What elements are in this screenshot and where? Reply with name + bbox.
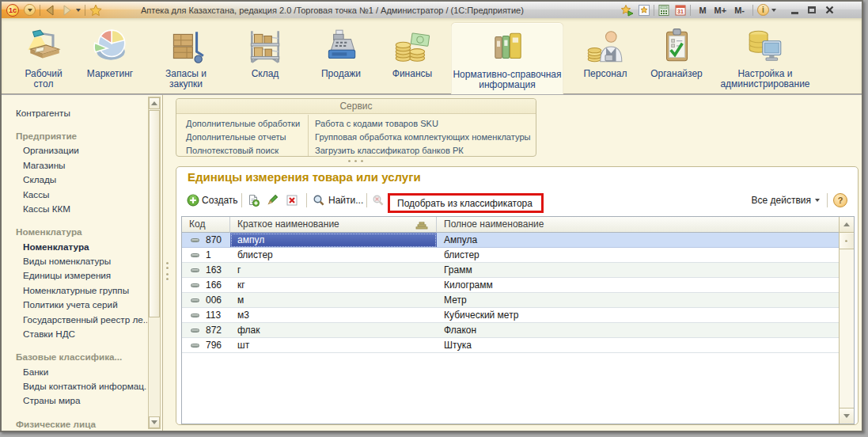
cell-full-name[interactable]: Кубический метр [437,308,840,323]
table-row[interactable]: 1блистерблистер [182,248,840,263]
ribbon-tab-reference-info[interactable]: Нормативно-справочная информация [451,22,564,94]
cell-code[interactable]: 113 [182,308,230,323]
table-row[interactable]: 870ампулАмпула [182,233,840,248]
cell-code[interactable]: 163 [182,263,230,278]
scroll-down-arrow[interactable] [149,416,160,428]
sidebar-item[interactable]: Контрагенты [2,105,147,120]
clear-find-button[interactable] [372,194,385,207]
pick-from-classifier-button[interactable]: Подобрать из классификатора [388,193,544,213]
cell-code[interactable]: 796 [182,338,230,353]
service-link[interactable]: Дополнительные обработки [186,117,308,131]
info-dropdown[interactable] [771,9,776,12]
ribbon-tab-administration[interactable]: Настройка и администрирование [713,22,817,94]
sidebar-item[interactable]: Магазины [2,158,147,172]
sidebar-item[interactable]: Организации [2,143,147,158]
cell-full-name[interactable]: Флакон [437,323,840,338]
sidebar-item[interactable]: Кассы [2,187,147,201]
cell-full-name[interactable]: Штука [437,338,840,353]
table-row[interactable]: 166кгКилограмм [182,278,840,293]
memory-m-minus-button[interactable]: M- [730,6,749,15]
main-menu-button[interactable] [24,4,36,16]
ribbon-tab-finance[interactable]: Финансы [379,22,445,94]
favorites-star-icon[interactable] [89,4,102,17]
cell-short-name[interactable]: кг [230,278,437,293]
sidebar-item[interactable]: Кассы ККМ [2,201,147,215]
cell-short-name[interactable]: м3 [230,308,437,323]
calendar-icon[interactable]: 31 [675,5,686,16]
table-row[interactable]: 872флакФлакон [182,323,840,338]
info-button[interactable]: i [757,4,769,16]
all-actions-button[interactable]: Все действия [752,195,820,206]
cell-full-name[interactable]: Килограмм [437,278,840,293]
sidebar-item[interactable]: Номенклатурные группы [2,283,147,297]
sidebar-item[interactable]: Государственный реестр ле... [2,312,147,326]
ribbon-tab-marketing[interactable]: Маркетинг [77,22,143,94]
delete-button[interactable] [286,194,298,207]
cell-full-name[interactable]: Метр [437,293,840,308]
table-scrollbar[interactable] [839,217,854,424]
table-scroll-thumb[interactable] [840,234,854,249]
minimize-button[interactable] [786,3,803,17]
history-dropdown[interactable] [76,9,81,12]
cell-short-name[interactable]: блистер [230,248,437,263]
cell-full-name[interactable]: Ампула [437,233,840,248]
maximize-button[interactable] [803,3,821,17]
cell-code[interactable]: 006 [182,293,230,308]
sidebar-item[interactable]: Номенклатура [2,239,147,253]
service-link[interactable]: Дополнительные отчеты [186,131,308,144]
cell-code[interactable]: 166 [182,278,230,293]
sidebar-item[interactable]: Страны мира [2,393,147,408]
cell-short-name[interactable]: м [230,293,437,308]
cell-full-name[interactable]: блистер [437,248,840,263]
1c-logo-icon[interactable]: 1с [6,4,19,17]
cell-code[interactable]: 872 [182,323,230,338]
table-row[interactable]: 006мМетр [182,293,840,308]
sidebar-scrollbar[interactable] [148,97,161,429]
help-button[interactable]: ? [833,193,847,207]
ribbon-tab-organizer[interactable]: Органайзер [641,22,712,94]
sidebar-item[interactable]: Виды контактной информац... [2,378,147,393]
cell-short-name[interactable]: ампул [230,233,437,248]
sidebar-item[interactable]: Единицы измерения [2,268,147,283]
table-row[interactable]: 113м3Кубический метр [182,308,840,323]
forward-button[interactable] [60,4,73,17]
column-header-short-name[interactable]: Краткое наименование [230,217,437,233]
table-scroll-down[interactable] [840,408,854,424]
ribbon-tab-sales[interactable]: Продажи [307,22,375,94]
sidebar-item[interactable]: Склады [2,173,147,187]
cell-code[interactable]: 870 [182,233,230,248]
calculator-icon[interactable] [658,5,669,16]
favorites-list-icon[interactable] [639,5,650,16]
back-button[interactable] [44,4,57,17]
sidebar-item[interactable]: Ставки НДС [2,326,147,340]
ribbon-tab-warehouse[interactable]: Склад [233,22,297,94]
ribbon-tab-desktop[interactable]: Рабочий стол [12,22,75,94]
copy-item-button[interactable] [247,194,260,207]
close-button[interactable] [821,3,838,17]
service-link[interactable]: Полнотекстовый поиск [186,144,308,158]
edit-button[interactable] [266,194,279,207]
ribbon-tab-inventory-purchases[interactable]: Запасы и закупки [148,22,224,94]
cell-short-name[interactable]: г [230,263,437,278]
add-favorite-icon[interactable] [621,4,634,17]
ribbon-tab-personnel[interactable]: Персонал [572,22,639,94]
service-link[interactable]: Групповая обработка комплектующих номенк… [315,131,536,144]
cell-short-name[interactable]: флак [230,323,437,338]
cell-full-name[interactable]: Грамм [437,263,840,278]
memory-m-plus-button[interactable]: M+ [711,6,731,15]
create-button[interactable]: Создать [187,194,238,207]
sidebar-item[interactable]: Банки [2,364,147,378]
find-button[interactable]: Найти... [313,194,363,207]
service-link[interactable]: Загрузить классификатор банков РК [315,144,536,158]
cell-code[interactable]: 1 [182,248,230,263]
scroll-up-arrow[interactable] [149,97,160,109]
memory-m-button[interactable]: M [695,6,710,15]
scrollbar-thumb[interactable] [149,110,160,317]
column-header-code[interactable]: Код [182,217,230,233]
sidebar-item[interactable]: Виды номенклатуры [2,253,147,268]
column-header-full-name[interactable]: Полное наименование [437,217,840,233]
cell-short-name[interactable]: шт [230,338,437,353]
service-link[interactable]: Работа с кодами товаров SKU [315,117,536,131]
table-row[interactable]: 163гГрамм [182,263,840,278]
table-row[interactable]: 796штШтука [182,338,840,353]
